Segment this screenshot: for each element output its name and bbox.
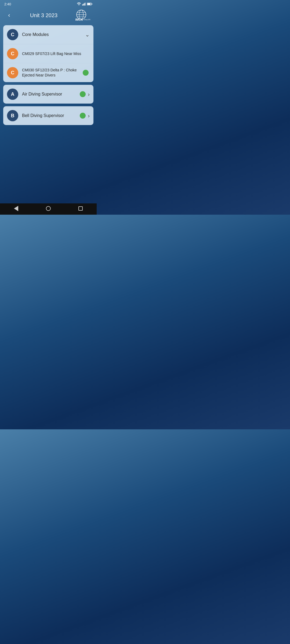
nav-home-button[interactable]: [43, 204, 54, 213]
nav-home-icon: [46, 206, 51, 211]
imca-logo: IMCA Diving CPD: [74, 9, 92, 21]
nav-recents-button[interactable]: [75, 204, 86, 213]
core-modules-section: C Core Modules ⌄ C CM029 SF07/23 Lift Ba…: [3, 25, 93, 82]
signal-icon: [82, 2, 86, 6]
bell-diving-avatar: B: [7, 110, 18, 121]
wifi-icon: [77, 2, 81, 6]
air-diving-status-dot: [80, 91, 86, 97]
chevron-right-icon-air: ›: [88, 91, 90, 97]
status-time: 2:40: [4, 2, 11, 6]
cm029-title: CM029 SF07/23 Lift Bag Near Miss: [22, 51, 90, 56]
svg-text:Diving CPD: Diving CPD: [84, 19, 90, 20]
cm030-row[interactable]: C CM030 SF12/23 Delta P : Choke Ejected …: [3, 63, 93, 82]
svg-rect-4: [86, 2, 86, 5]
cm029-avatar: C: [7, 48, 18, 59]
back-arrow-icon: ‹: [8, 12, 10, 19]
bell-diving-title: Bell Diving Supervisor: [22, 113, 80, 118]
nav-back-icon: [14, 206, 18, 211]
imca-logo-container: IMCA Diving CPD: [74, 9, 92, 22]
svg-rect-0: [82, 4, 83, 5]
nav-recents-icon: [78, 206, 83, 211]
battery-icon: [87, 2, 92, 6]
core-modules-title: Core Modules: [22, 32, 85, 37]
air-diving-row[interactable]: A Air Diving Supervisor ›: [3, 85, 93, 104]
header: ‹ Unit 3 2023 IMCA Diving CPD: [0, 8, 97, 23]
core-modules-avatar: C: [7, 29, 18, 40]
cm030-avatar: C: [7, 67, 18, 78]
status-bar: 2:40: [0, 0, 97, 8]
status-icons: [77, 2, 92, 6]
svg-rect-7: [92, 3, 93, 4]
nav-bar: [0, 203, 97, 215]
svg-rect-1: [83, 4, 84, 5]
air-diving-title: Air Diving Supervisor: [22, 92, 80, 97]
svg-rect-6: [87, 3, 90, 5]
bell-diving-row[interactable]: B Bell Diving Supervisor ›: [3, 106, 93, 125]
core-modules-header[interactable]: C Core Modules ⌄: [3, 25, 93, 44]
page-title: Unit 3 2023: [14, 12, 74, 19]
cm029-row[interactable]: C CM029 SF07/23 Lift Bag Near Miss: [3, 44, 93, 63]
svg-rect-2: [84, 3, 84, 5]
chevron-right-icon-bell: ›: [88, 113, 90, 119]
air-diving-avatar: A: [7, 89, 18, 100]
svg-text:IMCA: IMCA: [75, 18, 83, 21]
content-area: C Core Modules ⌄ C CM029 SF07/23 Lift Ba…: [0, 23, 97, 130]
cm030-status-dot: [83, 70, 89, 76]
svg-rect-3: [85, 3, 85, 6]
chevron-down-icon: ⌄: [85, 31, 90, 38]
cm030-title: CM030 SF12/23 Delta P : Choke Ejected Ne…: [22, 68, 83, 78]
back-button[interactable]: ‹: [4, 10, 14, 20]
nav-back-button[interactable]: [11, 204, 21, 213]
bell-diving-status-dot: [80, 113, 86, 119]
